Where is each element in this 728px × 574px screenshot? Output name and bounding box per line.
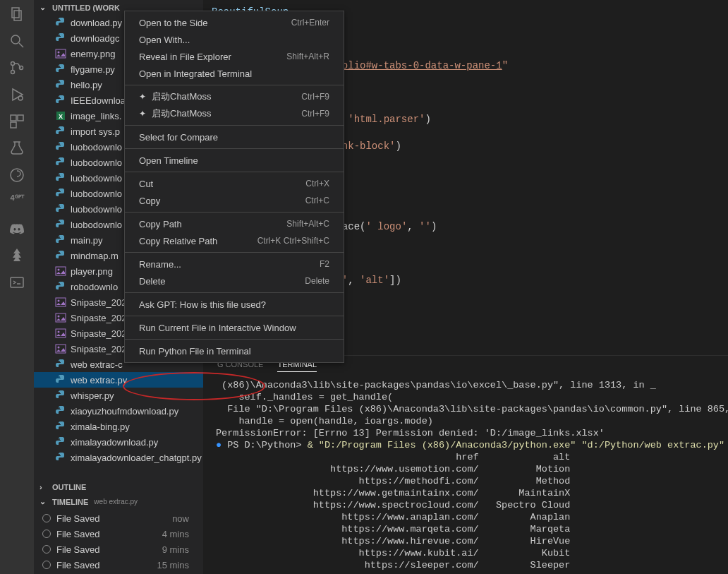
- timeline-item[interactable]: File Savednow: [34, 510, 203, 526]
- png-file-icon: [55, 328, 66, 339]
- discord-icon[interactable]: [8, 220, 25, 237]
- svg-point-4: [11, 62, 15, 66]
- menu-chatmoss-1[interactable]: ✦启动ChatMossCtrl+F9: [125, 88, 344, 105]
- file-name: Snipaste_202: [71, 344, 127, 354]
- menu-ask-gpt[interactable]: Ask GPT: How is this file used?: [125, 296, 344, 313]
- files-icon[interactable]: [8, 6, 25, 23]
- menu-run-terminal[interactable]: Run Python File in Terminal: [125, 342, 344, 359]
- file-name: whisper.py: [71, 390, 114, 401]
- timeline-list: File SavednowFile Saved4 minsFile Saved9…: [34, 509, 203, 574]
- file-item[interactable]: ximalayadownloader_chatgpt.py: [34, 450, 203, 465]
- py-file-icon: [55, 126, 66, 137]
- menu-copy-relative-path[interactable]: Copy Relative PathCtrl+K Ctrl+Shift+C: [125, 232, 344, 249]
- py-file-icon: [55, 359, 66, 370]
- testing-icon[interactable]: [8, 140, 25, 157]
- file-name: xiaoyuzhoufmdownload.py: [71, 406, 178, 417]
- py-file-icon: [55, 203, 66, 215]
- py-file-icon: [55, 452, 66, 463]
- timeline-time: 15 mins: [157, 560, 189, 570]
- menu-copy-path[interactable]: Copy PathShift+Alt+C: [125, 215, 344, 232]
- tree-icon[interactable]: [8, 247, 25, 264]
- timeline-item[interactable]: File Saved15 mins: [34, 557, 203, 573]
- file-item[interactable]: ximalayadownload.py: [34, 434, 203, 450]
- code-text: ): [431, 221, 437, 232]
- menu-rename[interactable]: Rename...F2: [125, 256, 344, 273]
- workspace-title: UNTITLED (WORK: [52, 4, 120, 12]
- menu-open-terminal[interactable]: Open in Integrated Terminal: [125, 65, 344, 82]
- svg-point-26: [58, 331, 60, 333]
- menu-separator: [125, 148, 344, 149]
- file-name: IEEEdownloa: [71, 95, 126, 106]
- spark-icon: ✦: [139, 109, 146, 119]
- menu-separator: [125, 252, 344, 253]
- svg-rect-21: [56, 298, 66, 306]
- search-icon[interactable]: [8, 32, 25, 49]
- file-item[interactable]: ximala-bing.py: [34, 419, 203, 434]
- file-name: downloadgc: [71, 33, 119, 44]
- timeline-label: File Saved: [56, 513, 99, 524]
- timeline-time: now: [172, 513, 189, 524]
- svg-point-16: [58, 52, 60, 54]
- context-menu: Open to the SideCtrl+Enter Open With... …: [124, 11, 344, 363]
- menu-separator: [125, 125, 344, 126]
- file-name: web extrac.py: [71, 375, 127, 385]
- menu-chatmoss-2[interactable]: ✦启动ChatMossCtrl+F9: [125, 105, 344, 122]
- file-name: luobodownlo: [71, 157, 122, 168]
- file-name: Snipaste_202: [71, 313, 127, 323]
- menu-run-interactive[interactable]: Run Current File in Interactive Window: [125, 319, 344, 336]
- code-text: ): [395, 140, 401, 152]
- outline-header[interactable]: › OUTLINE: [34, 480, 203, 494]
- py-file-icon: [55, 374, 66, 385]
- timeline-title: TIMELINE: [52, 498, 88, 506]
- svg-text:X: X: [59, 113, 63, 120]
- timeline-item[interactable]: File Saved4 mins: [34, 526, 203, 542]
- menu-copy[interactable]: CopyCtrl+C: [125, 192, 344, 209]
- timeline-label: File Saved: [56, 560, 99, 570]
- spark-icon: ✦: [139, 92, 146, 102]
- timeline-time: 9 mins: [162, 544, 189, 555]
- timeline-item[interactable]: File Saved9 mins: [34, 542, 203, 557]
- menu-cut[interactable]: CutCtrl+X: [125, 175, 344, 192]
- xlsx-file-icon: X: [55, 110, 66, 121]
- png-file-icon: [55, 297, 66, 308]
- svg-line-3: [19, 43, 23, 47]
- menu-reveal-explorer[interactable]: Reveal in File ExplorerShift+Alt+R: [125, 48, 344, 65]
- svg-rect-1: [14, 11, 21, 20]
- file-name: main.py: [71, 235, 103, 246]
- file-item[interactable]: whisper.py: [34, 388, 203, 403]
- extensions-icon[interactable]: [8, 113, 25, 130]
- code-text: '': [419, 221, 431, 232]
- menu-open-side[interactable]: Open to the SideCtrl+Enter: [125, 14, 344, 31]
- svg-point-2: [11, 35, 20, 44]
- file-name: flygame.py: [71, 64, 115, 75]
- terminal-icon[interactable]: [8, 274, 25, 291]
- timeline-filename: web extrac.py: [94, 498, 138, 506]
- timeline-header[interactable]: ⌄ TIMELINE web extrac.py: [34, 494, 203, 509]
- code-text: 'html.parser': [348, 114, 425, 125]
- py-file-icon: [55, 157, 66, 168]
- file-name: robodownlo: [71, 282, 118, 292]
- gpt4-icon[interactable]: 4ᴳᴾᵀ: [8, 193, 25, 210]
- file-item[interactable]: web extrac.py: [34, 372, 203, 388]
- source-control-icon[interactable]: [8, 59, 25, 76]
- run-debug-icon[interactable]: [8, 86, 25, 103]
- menu-open-timeline[interactable]: Open Timeline: [125, 152, 344, 169]
- file-name: hello.py: [71, 80, 102, 90]
- chat-icon[interactable]: [8, 167, 25, 184]
- code-text: ): [425, 114, 430, 125]
- menu-separator: [125, 316, 344, 316]
- timeline-time: 4 mins: [162, 529, 189, 539]
- file-name: web extrac-c: [71, 359, 123, 370]
- code-text: ]): [389, 275, 401, 286]
- svg-rect-19: [56, 267, 66, 275]
- menu-delete[interactable]: DeleteDelete: [125, 273, 344, 289]
- file-item[interactable]: xiaoyuzhoufmdownload.py: [34, 403, 203, 419]
- menu-separator: [125, 339, 344, 340]
- menu-select-compare[interactable]: Select for Compare: [125, 128, 344, 145]
- py-file-icon: [55, 219, 66, 230]
- file-name: Snipaste_202: [71, 328, 127, 339]
- file-name: player.png: [71, 266, 113, 277]
- svg-point-28: [58, 347, 60, 349]
- terminal-output[interactable]: (x86)\Anaconda3\lib\site-packages\pandas…: [203, 376, 728, 574]
- menu-open-with[interactable]: Open With...: [125, 31, 344, 48]
